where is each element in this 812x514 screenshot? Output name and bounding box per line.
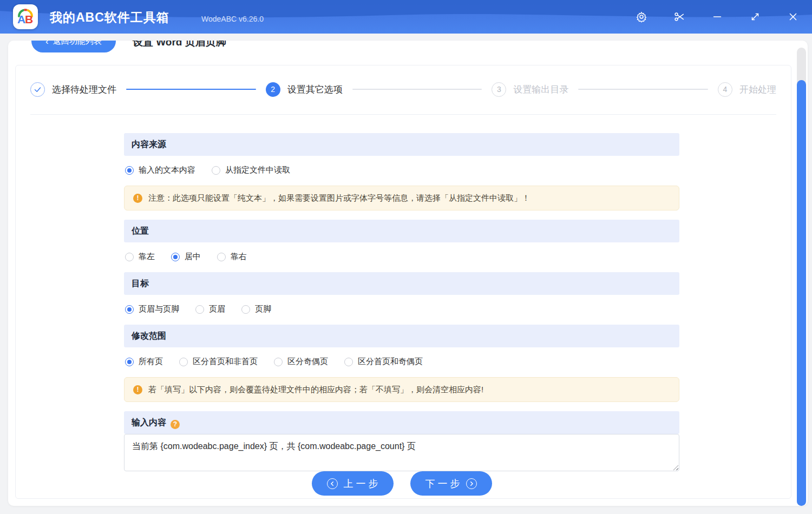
radio-label: 页眉 bbox=[209, 304, 225, 314]
header-footer-text-input[interactable]: 当前第 {com.wodeabc.page_index} 页，共 {com.wo… bbox=[124, 434, 679, 471]
settings-icon[interactable] bbox=[623, 0, 660, 34]
radio-option-odd-even[interactable]: 区分奇偶页 bbox=[274, 357, 328, 367]
radio-option-header[interactable]: 页眉 bbox=[195, 304, 225, 314]
circle-arrow-left-icon bbox=[327, 478, 338, 489]
app-version: WodeABC v6.26.0 bbox=[201, 0, 264, 34]
step-label: 选择待处理文件 bbox=[52, 83, 116, 96]
page-background: ‹ 返回功能列表 设置 Word 页眉页脚 选择待处理文件 2 设置 bbox=[0, 34, 812, 514]
input-content-wrapper: 当前第 {com.wodeabc.page_index} 页，共 {com.wo… bbox=[124, 434, 679, 471]
radio-option-header-and-footer[interactable]: 页眉与页脚 bbox=[125, 304, 179, 314]
previous-step-label: 上一步 bbox=[344, 477, 381, 490]
step-connector bbox=[352, 89, 482, 90]
radio-group-position: 靠左 居中 靠右 bbox=[124, 242, 679, 272]
app-logo: A B bbox=[13, 4, 38, 29]
section-header-target: 目标 bbox=[124, 272, 679, 295]
radio-icon bbox=[274, 358, 283, 366]
radio-label: 页眉与页脚 bbox=[139, 304, 179, 314]
radio-label: 区分首页和非首页 bbox=[193, 357, 258, 367]
minimize-icon[interactable] bbox=[698, 0, 736, 34]
radio-option-align-right[interactable]: 靠右 bbox=[217, 252, 247, 262]
radio-label: 靠右 bbox=[231, 252, 247, 262]
titlebar: A B 我的ABC软件工具箱 WodeABC v6.26.0 bbox=[0, 0, 812, 34]
divider bbox=[30, 114, 776, 115]
radio-label: 页脚 bbox=[255, 304, 271, 314]
wizard-panel: 选择待处理文件 2 设置其它选项 3 设置输出目录 4 开始处理 bbox=[15, 65, 791, 499]
warning-text: 注意：此选项只能设置「纯文本」，如果需要设置图片或字体字号等信息，请选择「从指定… bbox=[148, 193, 530, 203]
warning-note-overwrite: ! 若「填写」以下内容，则会覆盖待处理文件中的相应内容；若「不填写」，则会清空相… bbox=[124, 377, 679, 402]
radio-icon bbox=[241, 305, 250, 314]
previous-step-button[interactable]: 上一步 bbox=[312, 471, 394, 496]
app-title: 我的ABC软件工具箱 bbox=[50, 0, 169, 34]
radio-option-align-left[interactable]: 靠左 bbox=[125, 252, 155, 262]
radio-icon bbox=[125, 305, 134, 314]
scrollbar-thumb[interactable] bbox=[797, 80, 806, 506]
wizard-nav-buttons: 上一步 下一步 bbox=[124, 471, 679, 496]
abc-logo-icon: A B bbox=[16, 7, 35, 27]
section-header-input-content: 输入内容? bbox=[124, 411, 679, 434]
radio-group-modify-range: 所有页 区分首页和非首页 区分奇偶页 区分首页和奇偶页 bbox=[124, 347, 679, 377]
warning-note-plain-text: ! 注意：此选项只能设置「纯文本」，如果需要设置图片或字体字号等信息，请选择「从… bbox=[124, 186, 679, 210]
next-step-button[interactable]: 下一步 bbox=[410, 471, 492, 496]
step-other-options: 2 设置其它选项 bbox=[266, 82, 343, 97]
section-header-content-source: 内容来源 bbox=[124, 133, 679, 156]
warning-icon: ! bbox=[133, 194, 142, 203]
scissors-icon[interactable] bbox=[660, 0, 698, 34]
radio-option-footer[interactable]: 页脚 bbox=[241, 304, 271, 314]
step-label: 设置其它选项 bbox=[287, 83, 343, 96]
maximize-icon[interactable] bbox=[736, 0, 774, 34]
radio-label: 从指定文件中读取 bbox=[225, 165, 290, 175]
section-header-position: 位置 bbox=[124, 220, 679, 242]
warning-icon: ! bbox=[133, 385, 142, 394]
question-icon[interactable]: ? bbox=[171, 420, 180, 429]
page-title: 设置 Word 页眉页脚 bbox=[133, 41, 226, 52]
radio-label: 区分首页和奇偶页 bbox=[358, 357, 423, 367]
step-connector bbox=[126, 89, 256, 90]
radio-option-first-vs-rest[interactable]: 区分首页和非首页 bbox=[179, 357, 258, 367]
radio-group-target: 页眉与页脚 页眉 页脚 bbox=[124, 295, 679, 325]
radio-label: 所有页 bbox=[139, 357, 163, 367]
radio-option-align-center[interactable]: 居中 bbox=[171, 252, 201, 262]
radio-icon bbox=[212, 166, 220, 175]
step-number: 3 bbox=[492, 82, 506, 97]
step-output-dir: 3 设置输出目录 bbox=[492, 82, 568, 97]
radio-option-input-text[interactable]: 输入的文本内容 bbox=[125, 165, 195, 175]
window-controls bbox=[623, 0, 812, 34]
radio-icon bbox=[195, 305, 204, 314]
step-number: 4 bbox=[718, 82, 732, 97]
step-start-process: 4 开始处理 bbox=[718, 82, 776, 97]
radio-option-read-from-file[interactable]: 从指定文件中读取 bbox=[212, 165, 290, 175]
back-button-label: 返回功能列表 bbox=[53, 41, 102, 47]
radio-label: 区分奇偶页 bbox=[287, 357, 328, 367]
radio-icon bbox=[125, 166, 134, 175]
settings-form: 内容来源 输入的文本内容 从指定文件中读取 ! 注意：此选项只能设置「纯文本」，… bbox=[124, 133, 679, 496]
step-select-files: 选择待处理文件 bbox=[30, 82, 116, 97]
chevron-left-icon: ‹ bbox=[45, 41, 49, 46]
step-number: 2 bbox=[266, 82, 280, 97]
svg-text:A: A bbox=[17, 13, 25, 25]
scrollbar-track[interactable] bbox=[797, 48, 806, 506]
radio-label: 靠左 bbox=[139, 252, 155, 262]
close-icon[interactable] bbox=[774, 0, 812, 34]
next-step-label: 下一步 bbox=[425, 477, 463, 490]
back-to-functions-button[interactable]: ‹ 返回功能列表 bbox=[31, 41, 116, 52]
radio-option-all-pages[interactable]: 所有页 bbox=[125, 357, 163, 367]
step-done-check-icon bbox=[30, 82, 45, 97]
input-content-title: 输入内容 bbox=[132, 418, 166, 427]
radio-label: 输入的文本内容 bbox=[139, 165, 195, 175]
radio-icon bbox=[344, 358, 353, 366]
main-card: ‹ 返回功能列表 设置 Word 页眉页脚 选择待处理文件 2 设置 bbox=[8, 41, 808, 506]
step-label: 设置输出目录 bbox=[513, 83, 568, 96]
radio-icon bbox=[171, 253, 180, 261]
step-label: 开始处理 bbox=[739, 83, 776, 96]
radio-option-first-odd-even[interactable]: 区分首页和奇偶页 bbox=[344, 357, 423, 367]
radio-icon bbox=[217, 253, 226, 261]
radio-label: 居中 bbox=[185, 252, 201, 262]
circle-arrow-right-icon bbox=[466, 478, 477, 489]
warning-text: 若「填写」以下内容，则会覆盖待处理文件中的相应内容；若「不填写」，则会清空相应内… bbox=[148, 385, 483, 395]
step-connector bbox=[578, 89, 708, 90]
radio-icon bbox=[179, 358, 188, 366]
section-header-modify-range: 修改范围 bbox=[124, 325, 679, 347]
svg-text:B: B bbox=[25, 13, 33, 25]
radio-icon bbox=[125, 358, 134, 366]
stepper: 选择待处理文件 2 设置其它选项 3 设置输出目录 4 开始处理 bbox=[30, 76, 776, 102]
